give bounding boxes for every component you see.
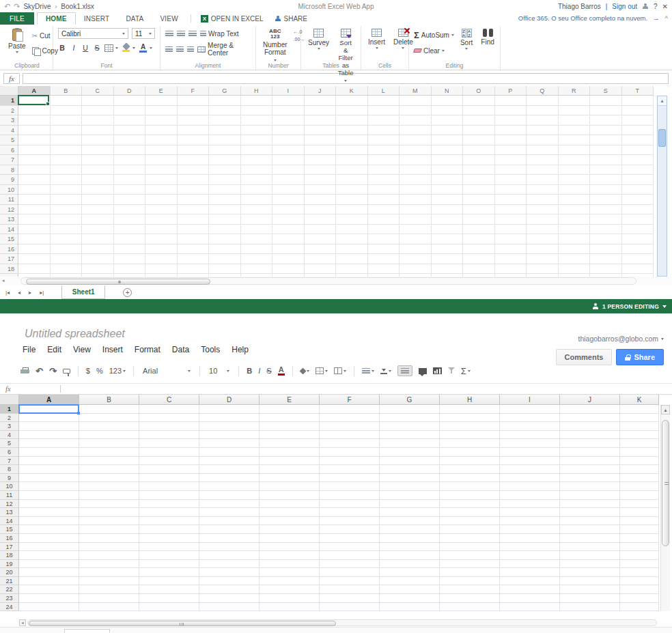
- excel-grid-cell[interactable]: [590, 214, 622, 225]
- excel-grid-cell[interactable]: [51, 214, 83, 225]
- google-grid-cell[interactable]: [19, 525, 79, 534]
- excel-row-header-2[interactable]: 2: [0, 106, 18, 116]
- google-grid-cell[interactable]: [139, 491, 199, 500]
- scroll-left-icon[interactable]: ◂: [19, 619, 26, 626]
- excel-grid-cell[interactable]: [82, 155, 114, 165]
- google-grid-cell[interactable]: [440, 491, 500, 500]
- excel-grid-cell[interactable]: [368, 234, 400, 244]
- excel-grid-cell[interactable]: [432, 135, 464, 145]
- excel-column-header-b[interactable]: B: [51, 86, 83, 96]
- google-grid-cell[interactable]: [440, 577, 500, 586]
- font-family-select[interactable]: Calibri: [58, 28, 128, 39]
- open-in-excel-button[interactable]: X OPEN IN EXCEL: [195, 12, 269, 25]
- excel-grid-cell[interactable]: [82, 254, 114, 264]
- google-grid-cell[interactable]: [79, 439, 139, 448]
- excel-grid-cell[interactable]: [400, 145, 432, 156]
- excel-grid-cell[interactable]: [18, 244, 51, 255]
- google-grid-cell[interactable]: [19, 508, 79, 517]
- excel-grid-cell[interactable]: [559, 185, 591, 195]
- excel-grid-cell[interactable]: [18, 155, 51, 165]
- excel-grid-cell[interactable]: [209, 185, 241, 195]
- excel-grid-cell[interactable]: [495, 145, 527, 156]
- excel-row-header-5[interactable]: 5: [0, 135, 18, 145]
- google-grid-cell[interactable]: [260, 508, 320, 517]
- excel-grid-cell[interactable]: [145, 225, 178, 235]
- excel-grid-cell[interactable]: [305, 234, 337, 244]
- google-grid-cell[interactable]: [440, 448, 500, 457]
- google-grid-cell[interactable]: [320, 448, 380, 457]
- format-currency-button[interactable]: $: [86, 367, 90, 375]
- google-column-header-f[interactable]: F: [320, 395, 380, 405]
- excel-grid-cell[interactable]: [559, 264, 591, 275]
- menu-file[interactable]: File: [23, 345, 36, 354]
- google-grid-cell[interactable]: [320, 517, 380, 526]
- excel-grid-cell[interactable]: [622, 96, 654, 106]
- excel-grid-cell[interactable]: [432, 195, 464, 205]
- excel-grid-cell[interactable]: [241, 126, 273, 136]
- excel-grid-cell[interactable]: [114, 234, 146, 244]
- user-name[interactable]: Thiago Barros: [558, 3, 601, 10]
- google-row-header-9[interactable]: 9: [0, 474, 19, 483]
- google-grid-cell[interactable]: [620, 560, 659, 569]
- google-grid-cell[interactable]: [440, 465, 500, 474]
- google-grid-cell[interactable]: [320, 585, 380, 594]
- excel-grid-cell[interactable]: [241, 225, 273, 235]
- excel-column-header-n[interactable]: N: [432, 86, 464, 96]
- tab-home[interactable]: HOME: [37, 12, 76, 25]
- google-grid-cell[interactable]: [199, 543, 260, 552]
- borders-button[interactable]: [316, 367, 328, 374]
- excel-grid-cell[interactable]: [590, 264, 622, 275]
- excel-grid-cell[interactable]: [400, 175, 432, 185]
- excel-grid-cell[interactable]: [209, 205, 241, 215]
- google-grid-cell[interactable]: [79, 551, 139, 560]
- excel-grid-cell[interactable]: [82, 135, 114, 145]
- excel-row-header-1[interactable]: 1: [0, 96, 18, 106]
- google-grid-cell[interactable]: [199, 560, 260, 569]
- excel-grid-cell[interactable]: [336, 254, 368, 264]
- google-grid-cell[interactable]: [139, 603, 199, 611]
- google-column-header-b[interactable]: B: [79, 395, 139, 405]
- google-grid-cell[interactable]: [500, 543, 560, 552]
- excel-grid-cell[interactable]: [463, 195, 495, 205]
- excel-grid-cell[interactable]: [209, 264, 241, 275]
- excel-grid-cell[interactable]: [209, 254, 241, 264]
- excel-grid-cell[interactable]: [527, 264, 559, 275]
- excel-column-header-t[interactable]: T: [622, 86, 654, 96]
- strikethrough-button[interactable]: S: [93, 44, 101, 52]
- excel-grid-cell[interactable]: [114, 96, 146, 106]
- excel-grid-cell[interactable]: [305, 254, 337, 264]
- google-grid-cell[interactable]: [380, 543, 440, 552]
- google-grid-cell[interactable]: [199, 594, 260, 603]
- google-grid-cell[interactable]: [500, 448, 560, 457]
- google-grid-cell[interactable]: [620, 534, 659, 543]
- google-grid-cell[interactable]: [320, 414, 380, 423]
- google-vscroll-thumb[interactable]: [662, 420, 669, 546]
- excel-grid-cell[interactable]: [178, 254, 210, 264]
- excel-grid-cell[interactable]: [305, 175, 337, 185]
- excel-grid-cell[interactable]: [463, 185, 495, 195]
- excel-grid-cell[interactable]: [114, 195, 146, 205]
- google-grid-cell[interactable]: [19, 465, 79, 474]
- google-grid-cell[interactable]: [440, 439, 500, 448]
- excel-grid-cell[interactable]: [305, 264, 337, 275]
- google-column-header-h[interactable]: H: [440, 395, 500, 405]
- excel-grid-cell[interactable]: [590, 225, 622, 235]
- google-grid-cell[interactable]: [139, 560, 199, 569]
- google-row-header-1[interactable]: 1: [0, 405, 19, 414]
- google-grid-cell[interactable]: [500, 525, 560, 534]
- excel-grid-cell[interactable]: [559, 155, 591, 165]
- google-grid-cell[interactable]: [380, 457, 440, 466]
- google-grid-cell[interactable]: [260, 405, 320, 414]
- google-grid-cell[interactable]: [139, 422, 199, 431]
- excel-grid-cell[interactable]: [559, 254, 591, 264]
- font-size-select[interactable]: 10: [208, 367, 231, 375]
- google-grid-cell[interactable]: [500, 585, 560, 594]
- google-grid-cell[interactable]: [500, 491, 560, 500]
- excel-grid-cell[interactable]: [559, 214, 591, 225]
- excel-grid-cell[interactable]: [590, 115, 622, 126]
- excel-grid-cell[interactable]: [432, 106, 464, 116]
- google-row-header-16[interactable]: 16: [0, 534, 19, 543]
- google-grid-cell[interactable]: [139, 525, 199, 534]
- google-grid-cell[interactable]: [500, 534, 560, 543]
- excel-row-header-11[interactable]: 11: [0, 195, 18, 205]
